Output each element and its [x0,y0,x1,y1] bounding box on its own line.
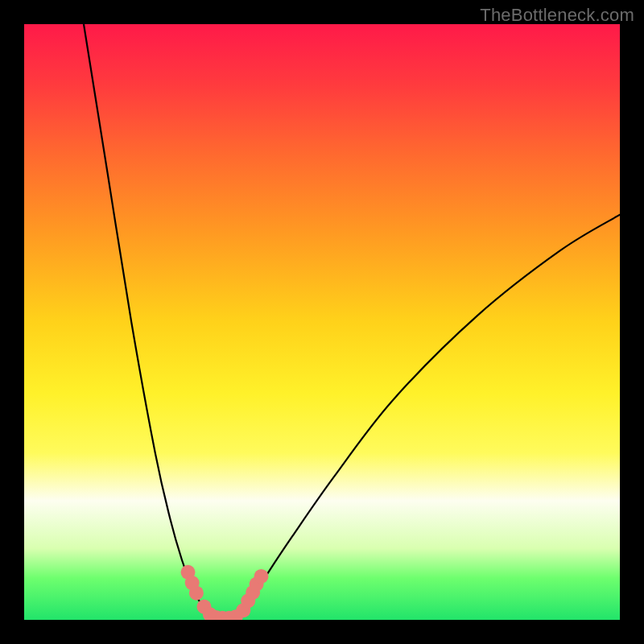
chart-frame: TheBottleneck.com [0,0,644,644]
curve-right-curve [238,215,620,617]
curve-layer [24,24,620,620]
marker-dot [254,569,269,584]
curve-left-curve [84,24,212,617]
watermark-text: TheBottleneck.com [480,5,634,26]
marker-dot [189,586,204,601]
plot-area [24,24,620,620]
